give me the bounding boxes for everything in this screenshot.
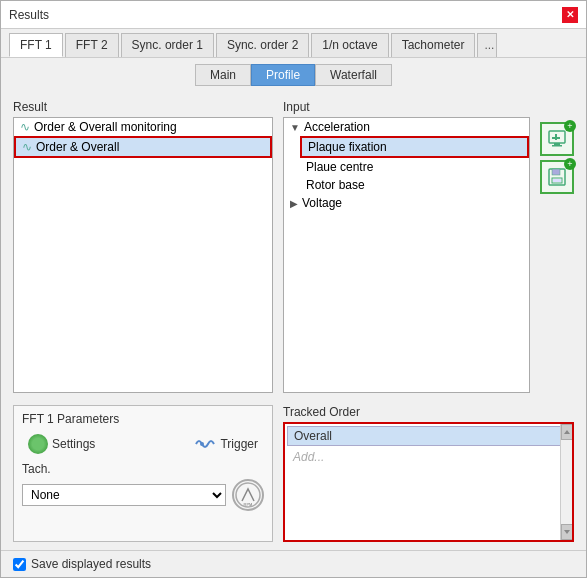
tree-item-label-plaque-fixation: Plaque fixation — [308, 140, 387, 154]
rpm-icon: RPM — [232, 479, 264, 511]
tree-group-acceleration[interactable]: ▼ Acceleration — [284, 118, 529, 136]
result-item-label-0: Order & Overall monitoring — [34, 120, 177, 134]
result-label: Result — [13, 100, 273, 114]
close-button[interactable]: ✕ — [562, 7, 578, 23]
scrollbar-down-arrow[interactable] — [561, 524, 573, 540]
tracked-item-0[interactable]: Overall — [287, 426, 570, 446]
tab-profile[interactable]: Profile — [251, 64, 315, 86]
tracked-order-label: Tracked Order — [283, 405, 574, 419]
save-label: Save displayed results — [31, 557, 151, 571]
tach-label: Tach. — [22, 462, 264, 476]
scrollbar-up-arrow[interactable] — [561, 424, 573, 440]
svg-rect-4 — [552, 137, 560, 139]
svg-rect-8 — [553, 179, 561, 182]
results-window: Results ✕ FFT 1 FFT 2 Sync. order 1 Sync… — [0, 0, 587, 578]
top-section: Result ∿ Order & Overall monitoring ∿ Or… — [13, 100, 574, 393]
tracked-order-listbox[interactable]: Overall Add... — [283, 422, 574, 542]
main-content: Result ∿ Order & Overall monitoring ∿ Or… — [1, 92, 586, 550]
plus-badge-add: + — [564, 120, 576, 132]
svg-text:RPM: RPM — [244, 502, 253, 507]
wave-icon-1: ∿ — [22, 140, 32, 154]
plus-badge-save: + — [564, 158, 576, 170]
save-checkbox-label[interactable]: Save displayed results — [13, 557, 151, 571]
params-panel: FFT 1 Parameters Settings Trig — [13, 405, 273, 542]
tab-waterfall[interactable]: Waterfall — [315, 64, 392, 86]
monitor-icon — [547, 129, 567, 149]
window-title: Results — [9, 8, 49, 22]
svg-rect-6 — [552, 169, 560, 175]
tach-select[interactable]: None — [22, 484, 226, 506]
save-checkbox[interactable] — [13, 558, 26, 571]
tree-item-plaque-fixation[interactable]: Plaque fixation — [300, 136, 529, 158]
settings-label: Settings — [52, 437, 95, 451]
expand-icon-voltage: ▶ — [290, 198, 298, 209]
tree-item-rotor-base[interactable]: Rotor base — [284, 176, 529, 194]
tach-row: Tach. None RPM — [22, 462, 264, 511]
tab-main[interactable]: Main — [195, 64, 251, 86]
svg-point-9 — [200, 442, 204, 446]
tab-tachometer[interactable]: Tachometer — [391, 33, 476, 57]
top-tab-bar: FFT 1 FFT 2 Sync. order 1 Sync. order 2 … — [1, 29, 586, 58]
tracked-placeholder: Add... — [285, 448, 572, 466]
svg-rect-2 — [552, 145, 562, 147]
tree-group-label-acceleration: Acceleration — [304, 120, 370, 134]
tab-extra[interactable]: ... — [477, 33, 497, 57]
tab-sync-order1[interactable]: Sync. order 1 — [121, 33, 214, 57]
tree-item-plaue-centre[interactable]: Plaue centre — [284, 158, 529, 176]
sub-tab-bar: Main Profile Waterfall — [1, 58, 586, 92]
tab-1n-octave[interactable]: 1/n octave — [311, 33, 388, 57]
input-label: Input — [283, 100, 530, 114]
side-buttons: + + — [540, 100, 574, 393]
tree-group-voltage[interactable]: ▶ Voltage — [284, 194, 529, 212]
result-item-0[interactable]: ∿ Order & Overall monitoring — [14, 118, 272, 136]
footer-bar: Save displayed results — [1, 550, 586, 577]
bottom-section: FFT 1 Parameters Settings Trig — [13, 405, 574, 542]
save-input-button[interactable]: + — [540, 160, 574, 194]
result-item-1[interactable]: ∿ Order & Overall — [14, 136, 272, 158]
tracked-item-label-0: Overall — [294, 429, 332, 443]
settings-icon — [28, 434, 48, 454]
tree-group-label-voltage: Voltage — [302, 196, 342, 210]
result-listbox[interactable]: ∿ Order & Overall monitoring ∿ Order & O… — [13, 117, 273, 393]
input-panel: Input ▼ Acceleration Plaque fixation Pla… — [283, 100, 530, 393]
params-title: FFT 1 Parameters — [22, 412, 264, 426]
trigger-icon — [194, 435, 216, 453]
scrollbar-track — [560, 424, 572, 540]
tracked-order-panel: Tracked Order Overall Add... — [283, 405, 574, 542]
settings-button[interactable]: Settings — [22, 432, 101, 456]
title-bar: Results ✕ — [1, 1, 586, 29]
expand-icon-acceleration: ▼ — [290, 122, 300, 133]
input-listbox[interactable]: ▼ Acceleration Plaque fixation Plaue cen… — [283, 117, 530, 393]
add-input-button[interactable]: + — [540, 122, 574, 156]
svg-rect-1 — [554, 143, 560, 145]
trigger-label: Trigger — [220, 437, 258, 451]
params-row-settings: Settings Trigger — [22, 432, 264, 456]
save-icon — [547, 167, 567, 187]
tree-item-label-rotor-base: Rotor base — [306, 178, 365, 192]
tab-fft1[interactable]: FFT 1 — [9, 33, 63, 57]
tree-item-label-plaue-centre: Plaue centre — [306, 160, 373, 174]
result-panel: Result ∿ Order & Overall monitoring ∿ Or… — [13, 100, 273, 393]
result-item-label-1: Order & Overall — [36, 140, 119, 154]
wave-icon-0: ∿ — [20, 120, 30, 134]
tach-select-row: None RPM — [22, 479, 264, 511]
tab-sync-order2[interactable]: Sync. order 2 — [216, 33, 309, 57]
trigger-button[interactable]: Trigger — [188, 433, 264, 455]
tab-fft2[interactable]: FFT 2 — [65, 33, 119, 57]
